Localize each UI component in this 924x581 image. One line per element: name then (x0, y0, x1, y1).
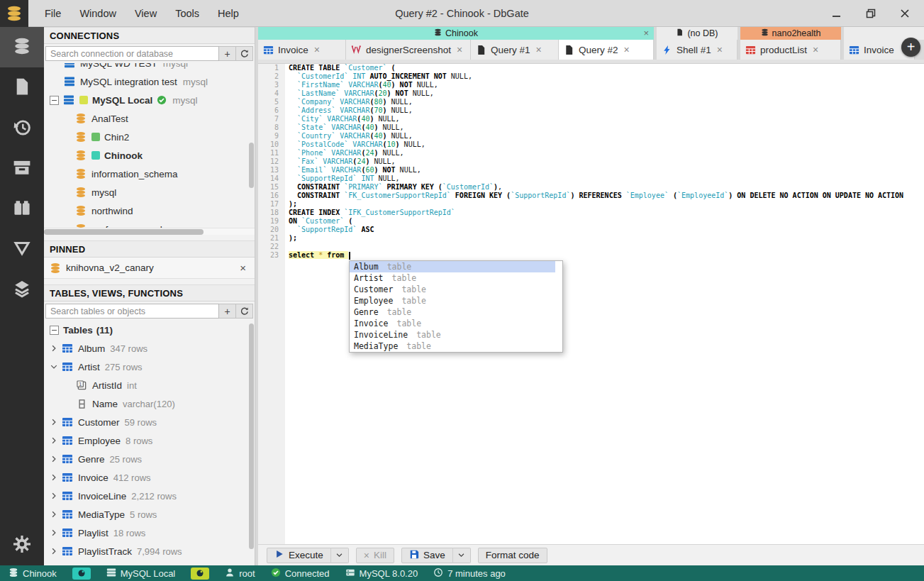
close-tab-icon[interactable]: × (314, 44, 320, 55)
tab-group-header[interactable]: Chinook× (258, 27, 654, 40)
close-tab-icon[interactable]: × (624, 44, 630, 55)
save-button[interactable]: Save (401, 548, 453, 563)
activity-history-icon[interactable] (0, 108, 44, 148)
status-connected[interactable]: Connected (271, 568, 330, 580)
tables-vertical-scrollbar[interactable] (249, 323, 254, 549)
connection-item[interactable]: MySQL Localmysql (44, 91, 255, 109)
tab-group-header[interactable]: (no DB) (657, 27, 737, 40)
objects-search-input[interactable] (45, 304, 219, 319)
collapse-expander[interactable] (50, 326, 59, 335)
table-item[interactable]: Album347 rows (44, 339, 255, 358)
app-icon[interactable] (0, 0, 28, 27)
column-item[interactable]: 1 ArtistIdint (44, 376, 255, 394)
table-item[interactable]: Customer59 rows (44, 413, 255, 431)
connection-item[interactable]: MySQL integration testmysql (44, 72, 255, 91)
database-item[interactable]: Chinook (44, 146, 255, 165)
chevron-right-icon[interactable] (50, 510, 60, 519)
tab-group-header[interactable]: nano2health (740, 27, 841, 40)
table-item[interactable]: MediaType5 rows (44, 505, 255, 524)
scrollbar-thumb[interactable] (44, 229, 204, 235)
autocomplete-item[interactable]: InvoiceLinetable (350, 329, 555, 341)
refresh-connections-button[interactable] (236, 46, 253, 61)
autocomplete-item[interactable]: MediaTypetable (350, 341, 555, 352)
table-item[interactable]: PlaylistTrack7,994 rows (44, 542, 255, 560)
chevron-right-icon[interactable] (50, 473, 60, 482)
execute-dropdown-button[interactable] (330, 548, 349, 563)
database-item[interactable]: information_schema (44, 165, 255, 183)
chevron-right-icon[interactable] (50, 492, 60, 500)
pinned-item[interactable]: knihovna_v2_canary × (44, 258, 255, 279)
autocomplete-item[interactable]: Employeetable (350, 295, 555, 306)
table-item[interactable]: Artist275 rows (44, 358, 255, 376)
status-mysql-8-0-20[interactable]: MySQL 8.0.20 (345, 568, 418, 580)
connections-search-input[interactable] (45, 46, 219, 61)
color-chip-badge[interactable] (72, 568, 91, 580)
status-mysql-local[interactable]: MySQL Local (106, 568, 176, 580)
autocomplete-item[interactable]: Albumtable (350, 261, 555, 272)
add-connection-button[interactable]: + (219, 46, 236, 61)
close-tab-icon[interactable]: × (717, 44, 723, 55)
connections-horizontal-scrollbar[interactable] (44, 228, 255, 235)
status-chinook[interactable]: Chinook (9, 568, 57, 580)
column-item[interactable]: Namevarchar(120) (44, 394, 255, 413)
autocomplete-item[interactable]: Customertable (350, 284, 555, 295)
kill-button[interactable]: ×Kill (356, 548, 394, 563)
status-7-minutes-ago[interactable]: 7 minutes ago (433, 568, 506, 580)
activity-layers-icon[interactable] (0, 270, 44, 310)
table-item[interactable]: Playlist18 rows (44, 524, 255, 542)
new-tab-button[interactable]: + (901, 38, 920, 57)
collapse-expander[interactable] (50, 96, 59, 105)
chevron-right-icon[interactable] (50, 529, 60, 537)
tab-query-2[interactable]: Query #2 × (559, 40, 654, 60)
close-tab-icon[interactable]: × (813, 44, 818, 55)
autocomplete-item[interactable]: Invoicetable (350, 318, 555, 329)
tab-query-1[interactable]: Query #1 × (471, 40, 559, 60)
connections-vertical-scrollbar[interactable] (249, 143, 254, 188)
chevron-right-icon[interactable] (50, 344, 60, 353)
activity-settings-gear-icon[interactable] (0, 525, 44, 565)
close-tab-icon[interactable]: × (457, 44, 462, 55)
tab-designerscreenshot[interactable]: designerScreenshot × (346, 40, 471, 60)
tab-productlist[interactable]: productList × (740, 40, 841, 60)
activity-database-icon[interactable] (0, 27, 44, 67)
tables-root-item[interactable]: Tables (11) (44, 321, 255, 339)
chevron-right-icon[interactable] (50, 455, 60, 463)
table-item[interactable]: Invoice412 rows (44, 468, 255, 487)
menu-item-help[interactable]: Help (208, 0, 248, 27)
color-chip-badge[interactable] (191, 568, 209, 580)
table-item[interactable]: Genre25 rows (44, 450, 255, 468)
chevron-right-icon[interactable] (50, 436, 60, 445)
database-item[interactable]: mysql (44, 183, 255, 201)
status-root[interactable]: root (225, 568, 255, 580)
database-item[interactable]: northwind (44, 201, 255, 220)
chevron-right-icon[interactable] (50, 418, 60, 426)
unpin-close-icon[interactable]: × (240, 262, 246, 274)
table-item[interactable]: Employee8 rows (44, 431, 255, 450)
activity-archive-icon[interactable] (0, 148, 44, 189)
add-object-button[interactable]: + (219, 304, 236, 319)
activity-filter-triangle-icon[interactable] (0, 229, 44, 270)
minimize-button[interactable] (830, 7, 843, 20)
menu-item-view[interactable]: View (126, 0, 166, 27)
close-button[interactable] (898, 7, 911, 20)
database-item[interactable]: AnalTest (44, 109, 255, 128)
table-item[interactable]: InvoiceLine2,212 rows (44, 487, 255, 505)
chevron-down-icon[interactable] (50, 363, 60, 371)
chevron-right-icon[interactable] (50, 547, 60, 555)
format-code-button[interactable]: Format code (478, 548, 547, 563)
database-item[interactable]: performance_schema (44, 220, 255, 228)
menu-item-file[interactable]: File (35, 0, 70, 27)
activity-plugins-icon[interactable] (0, 189, 44, 229)
restore-button[interactable] (864, 7, 877, 20)
database-item[interactable]: Chin2 (44, 128, 255, 146)
menu-item-window[interactable]: Window (70, 0, 126, 27)
save-dropdown-button[interactable] (452, 548, 471, 563)
refresh-objects-button[interactable] (236, 304, 253, 319)
autocomplete-item[interactable]: Artisttable (350, 272, 555, 284)
menu-item-tools[interactable]: Tools (166, 0, 208, 27)
tab-shell-1[interactable]: Shell #1 × (657, 40, 737, 60)
autocomplete-item[interactable]: Genretable (350, 306, 555, 318)
execute-button[interactable]: Execute (267, 548, 331, 563)
activity-file-icon[interactable] (0, 67, 44, 108)
close-group-icon[interactable]: × (643, 28, 649, 38)
